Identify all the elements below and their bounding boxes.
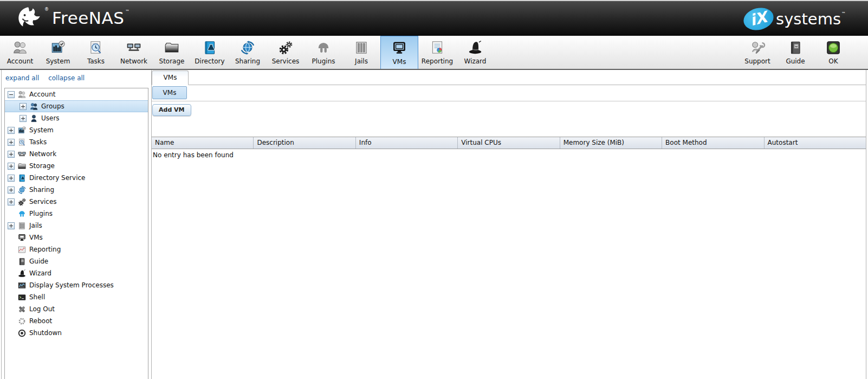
toolbar-item-directory[interactable]: Directory: [191, 36, 229, 69]
toolbar-item-reporting[interactable]: Reporting: [418, 36, 456, 69]
tree-item-label: VMs: [29, 234, 43, 241]
toolbar-item-label: System: [46, 57, 70, 65]
column-header-info[interactable]: Info: [356, 137, 458, 149]
tree-item-sharing[interactable]: Sharing: [5, 184, 148, 196]
expand-icon[interactable]: [8, 222, 15, 229]
trademark-mark: ™: [125, 9, 129, 14]
reporting-icon: [429, 40, 445, 56]
tree-item-system[interactable]: System: [5, 124, 148, 136]
toolbar-item-wizard[interactable]: Wizard: [456, 36, 494, 69]
tree-item-label: Shutdown: [29, 329, 62, 337]
tree-item-label: Network: [29, 150, 56, 158]
tree-item-account[interactable]: Account: [5, 88, 148, 100]
toolbar-item-support[interactable]: Support: [739, 36, 776, 69]
expand-icon[interactable]: [8, 151, 15, 158]
tree-item-log-out[interactable]: Log Out: [5, 303, 148, 315]
tree-item-shell[interactable]: Shell: [5, 291, 148, 303]
product-name: FreeNAS: [52, 8, 124, 28]
vm-table-header: Name Description Info Virtual CPUs Memor…: [152, 137, 866, 149]
column-header-boot-method[interactable]: Boot Method: [662, 137, 764, 149]
toolbar-item-label: Directory: [195, 57, 224, 65]
tree-link-bar: expand all collapse all: [5, 74, 92, 82]
toolbar-item-ok-status[interactable]: OK: [814, 36, 852, 69]
logout-icon: [17, 305, 27, 314]
toolbar-item-plugins[interactable]: Plugins: [305, 36, 342, 69]
sharing-icon: [239, 40, 256, 56]
tree-item-label: Tasks: [29, 138, 47, 146]
add-vm-button[interactable]: Add VM: [152, 104, 191, 116]
toolbar-item-network[interactable]: Network: [115, 36, 153, 69]
expand-icon[interactable]: [20, 115, 27, 122]
tree-item-label: Users: [41, 114, 60, 122]
support-icon: [749, 40, 766, 56]
tree-item-wizard[interactable]: Wizard: [5, 267, 148, 279]
vms-icon: [391, 40, 407, 56]
reporting-chart-icon: [17, 245, 27, 254]
tree-item-label: Plugins: [29, 210, 53, 217]
toolbar-item-storage[interactable]: Storage: [153, 36, 191, 69]
vms-icon: [17, 233, 27, 242]
tab-vms[interactable]: VMs: [152, 70, 189, 85]
tree-item-vms[interactable]: VMs: [5, 232, 148, 243]
expand-icon[interactable]: [8, 163, 15, 170]
toolbar-item-account[interactable]: Account: [1, 36, 39, 69]
expand-icon[interactable]: [20, 103, 27, 110]
tree-item-jails[interactable]: Jails: [5, 220, 148, 232]
column-header-name[interactable]: Name: [152, 137, 254, 149]
tree-item-reporting[interactable]: Reporting: [5, 243, 148, 255]
tree-item-groups[interactable]: Groups: [5, 100, 148, 112]
main-toolbar: Account System Tasks Network Storage Dir…: [0, 36, 868, 70]
toolbar-item-services[interactable]: Services: [267, 36, 305, 69]
tree-item-shutdown[interactable]: Shutdown: [5, 327, 148, 339]
action-button-row: Add VM: [152, 101, 866, 120]
tree-item-guide[interactable]: Guide: [5, 255, 148, 267]
tree-item-storage[interactable]: Storage: [5, 160, 148, 172]
collapse-all-link[interactable]: collapse all: [48, 74, 85, 82]
nav-tree: Account Groups Users System: [4, 88, 148, 379]
tree-item-label: Jails: [29, 222, 42, 229]
column-header-virtual-cpus[interactable]: Virtual CPUs: [458, 137, 560, 149]
ok-status-icon: [825, 40, 841, 56]
toolbar-item-system[interactable]: System: [39, 36, 77, 69]
expand-icon[interactable]: [8, 139, 15, 146]
sidebar: expand all collapse all Account Groups: [0, 70, 148, 379]
tree-item-label: Storage: [29, 162, 55, 170]
tree-item-services[interactable]: Services: [5, 196, 148, 208]
subtab-strip: VMs: [152, 85, 866, 101]
toolbar-item-jails[interactable]: Jails: [342, 36, 380, 69]
collapse-icon[interactable]: [8, 91, 15, 98]
column-header-description[interactable]: Description: [254, 137, 355, 149]
tree-item-users[interactable]: Users: [5, 112, 148, 124]
tree-item-label: System: [29, 126, 54, 134]
wizard-icon: [17, 269, 27, 278]
toolbar-item-label: Account: [7, 57, 33, 65]
ix-trademark-mark: ™: [841, 11, 846, 16]
column-header-autostart[interactable]: Autostart: [765, 137, 866, 149]
tree-item-directory-service[interactable]: Directory Service: [5, 172, 148, 184]
toolbar-item-label: Guide: [786, 57, 805, 65]
toolbar-item-vms[interactable]: VMs: [380, 36, 418, 69]
toolbar-spacer: [494, 36, 739, 69]
toolbar-item-label: Support: [744, 57, 770, 65]
expand-icon[interactable]: [8, 198, 15, 205]
toolbar-item-guide[interactable]: Guide: [776, 36, 814, 69]
expand-icon[interactable]: [8, 187, 15, 194]
column-header-memory-size[interactable]: Memory Size (MiB): [560, 137, 662, 149]
toolbar-item-label: Reporting: [422, 57, 453, 65]
toolbar-item-tasks[interactable]: Tasks: [77, 36, 115, 69]
content-pane: VMs VMs Add VM Name Description Info Vir…: [151, 70, 866, 379]
expand-icon[interactable]: [8, 175, 15, 182]
guide-icon: [787, 40, 804, 56]
tree-item-plugins[interactable]: Plugins: [5, 208, 148, 220]
account-icon: [12, 40, 28, 56]
subtab-vms[interactable]: VMs: [152, 86, 187, 99]
tree-item-tasks[interactable]: Tasks: [5, 136, 148, 148]
expand-icon[interactable]: [8, 127, 15, 134]
tab-label: VMs: [164, 74, 177, 81]
tree-item-display-system-processes[interactable]: Display System Processes: [5, 279, 148, 291]
tree-item-reboot[interactable]: Reboot: [5, 315, 148, 327]
toolbar-item-sharing[interactable]: Sharing: [229, 36, 267, 69]
registered-mark: ®: [44, 7, 49, 12]
tree-item-network[interactable]: Network: [5, 148, 148, 160]
expand-all-link[interactable]: expand all: [5, 74, 39, 82]
